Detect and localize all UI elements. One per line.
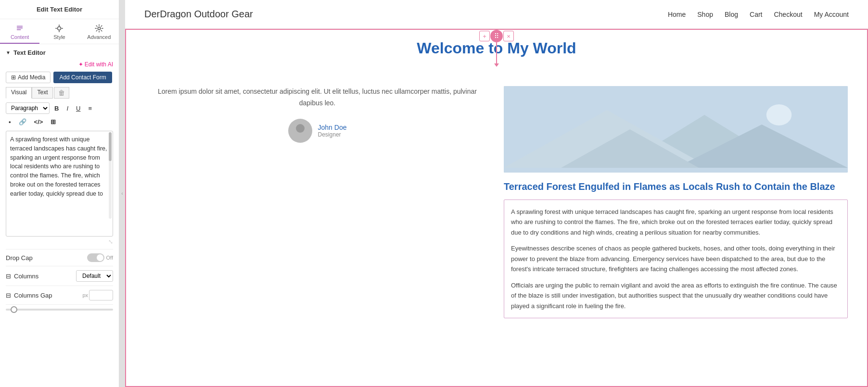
drop-cap-row: Drop Cap Off bbox=[6, 249, 113, 266]
author-card: John Doe Designer bbox=[145, 119, 489, 143]
avatar-image bbox=[291, 121, 310, 140]
paragraph-select[interactable]: Paragraph bbox=[6, 102, 50, 114]
widget-controls: + ⠿ × bbox=[479, 30, 514, 42]
page-header-area: Welcome to My World + ⠿ × bbox=[145, 39, 848, 57]
ai-edit-button[interactable]: ✦ Edit with AI bbox=[78, 61, 113, 68]
svg-point-0 bbox=[58, 26, 61, 30]
italic-button[interactable]: I bbox=[64, 103, 71, 113]
view-tabs: Visual Text 🗑 bbox=[6, 87, 113, 99]
text-tab[interactable]: Text bbox=[32, 87, 53, 99]
move-widget-button[interactable]: ⠿ bbox=[490, 30, 503, 42]
columns-icon: ⊟ bbox=[6, 273, 11, 280]
article-paragraph-3: Officials are urging the public to remai… bbox=[511, 280, 841, 311]
gap-icon: ⊟ bbox=[6, 292, 11, 299]
article-paragraph-1: A sprawling forest with unique terraced … bbox=[511, 207, 841, 237]
nav-links: Home Shop Blog Cart Checkout My Account bbox=[668, 11, 849, 18]
text-editor-area[interactable]: A sprawling forest with unique terraced … bbox=[6, 131, 113, 237]
nav-my-account[interactable]: My Account bbox=[814, 11, 849, 18]
gap-input[interactable] bbox=[89, 290, 113, 300]
format-toolbar-2: • 🔗 </> ⊞ bbox=[6, 117, 113, 127]
underline-button[interactable]: U bbox=[73, 103, 83, 113]
visual-tab[interactable]: Visual bbox=[6, 87, 32, 99]
add-contact-button[interactable]: Add Contact Form bbox=[53, 72, 112, 83]
sparkle-icon: ✦ bbox=[78, 61, 83, 68]
link-button[interactable]: 🔗 bbox=[16, 117, 29, 127]
gap-label-group: ⊟ Columns Gap bbox=[6, 292, 52, 299]
columns-select[interactable]: Default bbox=[76, 270, 113, 282]
lorem-text: Lorem ipsum dolor sit amet, consectetur … bbox=[145, 86, 489, 109]
sidebar-header: Edit Text Editor bbox=[0, 0, 119, 19]
nav-cart[interactable]: Cart bbox=[750, 11, 762, 18]
add-widget-button[interactable]: + bbox=[479, 31, 490, 41]
slider-thumb[interactable] bbox=[11, 306, 17, 313]
widget-arrow bbox=[494, 42, 499, 67]
bold-button[interactable]: B bbox=[51, 103, 62, 113]
article-title: Terraced Forest Engulfed in Flames as Lo… bbox=[504, 180, 848, 193]
article-image bbox=[504, 86, 848, 173]
nav-blog[interactable]: Blog bbox=[725, 11, 738, 18]
svg-point-2 bbox=[296, 124, 305, 133]
table-button[interactable]: ⊞ bbox=[48, 117, 59, 127]
svg-point-3 bbox=[293, 135, 308, 140]
sidebar: Edit Text Editor Content Style Advanced … bbox=[0, 0, 119, 387]
top-nav: DerDragon Outdoor Gear Home Shop Blog Ca… bbox=[125, 0, 868, 29]
main-content: DerDragon Outdoor Gear Home Shop Blog Ca… bbox=[125, 0, 868, 387]
action-buttons: ⊞ Add Media Add Contact Form bbox=[6, 72, 113, 83]
columns-label-group: ⊟ Columns bbox=[6, 273, 38, 280]
mountains-illustration bbox=[504, 86, 848, 173]
page-content: Welcome to My World + ⠿ × Lorem ipsum bbox=[125, 29, 868, 387]
section-title: ▼ Text Editor bbox=[6, 49, 113, 56]
resize-handle[interactable]: ⤡ bbox=[6, 238, 113, 245]
media-icon: ⊞ bbox=[11, 74, 16, 81]
article-paragraph-2: Eyewitnesses describe scenes of chaos as… bbox=[511, 243, 841, 274]
content-icon bbox=[15, 24, 24, 33]
code-button[interactable]: </> bbox=[31, 117, 46, 127]
scrollbar-thumb[interactable] bbox=[109, 132, 112, 161]
columns-gap-row: ⊟ Columns Gap px bbox=[6, 286, 113, 304]
sidebar-tabs: Content Style Advanced bbox=[0, 19, 119, 44]
right-column: Terraced Forest Engulfed in Flames as Lo… bbox=[504, 86, 848, 318]
advanced-icon bbox=[95, 24, 103, 33]
slider-row bbox=[6, 304, 113, 314]
section-arrow[interactable]: ▼ bbox=[6, 50, 11, 55]
nav-home[interactable]: Home bbox=[668, 11, 686, 18]
article-body: A sprawling forest with unique terraced … bbox=[504, 200, 848, 318]
avatar bbox=[288, 119, 312, 143]
columns-row: ⊟ Columns Default bbox=[6, 266, 113, 286]
toggle-switch[interactable] bbox=[87, 253, 104, 262]
sidebar-section-text-editor: ▼ Text Editor ✦ Edit with AI ⊞ Add Media… bbox=[0, 44, 119, 319]
add-media-button[interactable]: ⊞ Add Media bbox=[6, 72, 51, 83]
site-title: DerDragon Outdoor Gear bbox=[144, 9, 253, 20]
delete-tab-button[interactable]: 🗑 bbox=[54, 87, 69, 99]
svg-point-5 bbox=[766, 104, 791, 125]
scrollbar[interactable] bbox=[109, 132, 112, 219]
author-info: John Doe Designer bbox=[318, 124, 347, 138]
drop-cap-toggle[interactable]: Off bbox=[87, 253, 113, 262]
author-name: John Doe bbox=[318, 124, 347, 131]
slider-track[interactable] bbox=[6, 309, 113, 311]
tab-style[interactable]: Style bbox=[39, 19, 79, 44]
format-toolbar: Paragraph B I U ≡ bbox=[6, 102, 113, 114]
style-icon bbox=[55, 24, 64, 33]
nav-checkout[interactable]: Checkout bbox=[774, 11, 802, 18]
close-widget-button[interactable]: × bbox=[503, 31, 514, 41]
two-column-layout: Lorem ipsum dolor sit amet, consectetur … bbox=[145, 86, 848, 318]
author-role: Designer bbox=[318, 131, 347, 138]
toggle-knob bbox=[97, 254, 103, 261]
tab-advanced[interactable]: Advanced bbox=[79, 19, 119, 44]
tab-content[interactable]: Content bbox=[0, 19, 39, 44]
collapse-handle[interactable]: ‹ bbox=[119, 0, 125, 387]
gap-input-group: px bbox=[82, 290, 113, 300]
nav-shop[interactable]: Shop bbox=[697, 11, 713, 18]
left-column: Lorem ipsum dolor sit amet, consectetur … bbox=[145, 86, 489, 318]
ai-edit-row: ✦ Edit with AI bbox=[6, 61, 113, 68]
unordered-list-button[interactable]: • bbox=[6, 117, 14, 127]
list-button[interactable]: ≡ bbox=[85, 103, 95, 113]
svg-point-1 bbox=[98, 27, 100, 29]
